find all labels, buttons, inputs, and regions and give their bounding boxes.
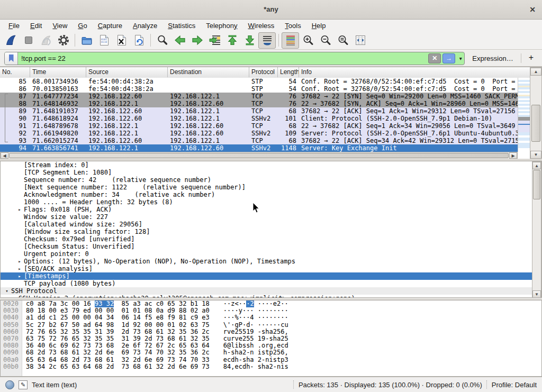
go-to-bottom-icon[interactable] [241,32,258,49]
scroll-up-arrow[interactable]: ▲ [530,68,541,76]
column-header-protocol[interactable]: Protocol [249,67,278,77]
hex-line[interactable]: 009068 2d 73 68 61 32 2d 6e 69 73 74 70 … [1,349,541,356]
hex-bytes[interactable]: 80 18 00 e3 79 ed 00 00 01 01 08 0a d9 8… [22,307,210,314]
detail-line[interactable]: [Checksum Status: Unverified] [1,243,541,250]
go-to-top-icon[interactable] [223,32,241,49]
scroll-right-arrow[interactable]: ▶ [509,152,517,159]
scroll-left-arrow[interactable]: ◀ [1,152,8,159]
open-file-icon[interactable] [78,32,95,49]
menu-go[interactable]: Go [73,21,92,31]
menu-capture[interactable]: Capture [93,21,128,31]
detail-line[interactable]: Urgent pointer: 0 [1,250,541,258]
hex-ascii[interactable]: 6@libssh .org,ecd [210,342,288,349]
hex-bytes[interactable]: 5c 27 b2 67 50 ad 64 98 1d 92 00 00 01 0… [22,321,210,329]
hex-ascii[interactable]: curve255 19-sha25 [210,335,288,342]
hex-bytes[interactable]: 63 75 72 76 65 32 35 35 31 39 2d 73 68 6… [22,335,210,342]
scroll-up-arrow[interactable]: ▲ [532,162,541,169]
reload-file-icon[interactable] [130,32,148,49]
close-window-button[interactable]: ✕ [527,4,538,15]
hex-bytes[interactable]: 68 2d 73 68 61 32 2d 6e 69 73 74 70 32 3… [22,349,210,356]
expander-closed-icon[interactable]: ▸ [15,206,24,213]
hex-bytes-selected[interactable]: 93 32 [95,300,114,307]
detail-line[interactable]: Checksum: 0x79ed [unverified] [1,235,541,243]
packet-row[interactable]: 8871.648146932192.168.122.1192.168.122.6… [0,100,518,107]
hex-ascii[interactable]: ···%···4 ········ [210,314,288,321]
hex-ascii[interactable]: ····y··· ········ [210,307,288,314]
packet-list-minimap[interactable] [518,78,530,152]
display-filter-box[interactable]: ✕ → ▾ [4,52,465,65]
hex-bytes[interactable]: 38 34 2c 65 63 64 68 2d 73 68 61 32 2d 6… [22,363,210,370]
hex-line[interactable]: 00b038 34 2c 65 63 64 68 2d 73 68 61 32 … [1,363,541,370]
find-packet-icon[interactable] [153,32,171,49]
hex-ascii[interactable]: \'·gP·d· ······cu [210,321,288,329]
status-profile[interactable]: Profile: Default [492,381,537,389]
menu-edit[interactable]: Edit [25,21,47,31]
capture-comment-icon[interactable]: ✎ [19,380,28,389]
expert-info-icon[interactable] [5,380,14,389]
packet-row[interactable]: 9371.662015274192.168.122.60192.168.122.… [0,137,518,144]
auto-scroll-icon[interactable] [258,32,276,49]
detail-line[interactable]: ▸Flags: 0x018 (PSH, ACK) [1,206,541,213]
hex-ascii[interactable]: ····e2·· [254,300,288,307]
column-header-source[interactable]: Source [86,67,168,77]
menu-analyze[interactable]: Analyze [128,21,162,31]
vscroll-thumb[interactable] [533,170,540,199]
packet-row[interactable]: 8670.013850163fe:54:00:d4:38:2aSTP54Conf… [0,85,518,93]
packet-list-hscrollbar[interactable]: ◀ ▶ [0,152,518,159]
restart-capture-icon[interactable] [37,32,55,49]
column-header-no[interactable]: No. [0,67,30,77]
close-file-icon[interactable] [113,32,130,49]
detail-line[interactable]: TCP payload (1080 bytes) [1,280,541,287]
hex-ascii[interactable]: h-sha2-n istp256, [210,349,288,356]
scroll-down-arrow[interactable]: ▼ [530,151,541,159]
hscroll-thumb[interactable] [9,153,509,158]
packet-row[interactable]: 9171.648789678192.168.122.1192.168.122.6… [0,122,518,130]
column-header-length[interactable]: Length [278,67,299,77]
detail-line[interactable]: ▾SSH Protocol [1,287,541,295]
hex-bytes[interactable]: 36 40 6c 69 62 73 73 68 2e 6f 72 67 2c 6… [22,342,210,349]
detail-line[interactable]: Sequence number: 42 (relative sequence n… [1,176,541,184]
hex-ascii-selected[interactable]: ·2 [246,300,254,307]
menu-telephony[interactable]: Telephony [201,21,242,31]
hex-line[interactable]: 00a065 63 64 68 2d 73 68 61 32 2d 6e 69 … [1,357,541,363]
scroll-down-arrow[interactable]: ▼ [532,290,541,298]
add-filter-button[interactable]: + [526,53,538,63]
column-header-destination[interactable]: Destination [168,67,249,77]
expander-closed-icon[interactable]: ▸ [15,265,24,272]
hex-ascii[interactable]: rve25519 -sha256, [210,328,288,335]
start-capture-icon[interactable] [2,32,20,49]
expression-button[interactable]: Expression… [469,54,516,62]
menu-wireless[interactable]: Wireless [243,21,280,31]
filter-bookmark-button[interactable] [5,52,18,65]
expander-open-icon[interactable]: ▾ [3,287,11,295]
packet-row[interactable]: 9471.663856741192.168.122.1192.168.122.6… [0,144,518,152]
hex-line[interactable]: 00505c 27 b2 67 50 ad 64 98 1d 92 00 00 … [1,322,541,329]
colorize-icon[interactable] [282,32,299,49]
expander-closed-icon[interactable]: ▸ [15,258,24,265]
menu-file[interactable]: File [3,21,25,31]
go-back-icon[interactable] [171,32,188,49]
zoom-out-icon[interactable] [317,32,334,49]
detail-line[interactable]: Window size value: 227 [1,213,541,221]
hex-ascii[interactable]: ··z<·· [210,300,246,307]
title-bar[interactable]: *any ✕ [0,0,542,20]
zoom-in-icon[interactable] [299,32,317,49]
filter-apply-button[interactable]: → [442,53,455,63]
hex-line[interactable]: 0040a1 dd c1 25 00 00 04 34 06 14 f5 e8 … [1,314,541,321]
detail-line[interactable]: Acknowledgment number: 34 (relative ack … [1,191,541,198]
vscroll-thumb[interactable] [531,105,540,142]
packet-row[interactable]: 8568.001734936fe:54:00:d4:38:2aSTP54Conf… [0,78,518,85]
packet-row[interactable]: 8771.647777234192.168.122.60192.168.122.… [0,93,518,100]
column-header-time[interactable]: Time [30,67,86,77]
resize-columns-icon[interactable] [351,32,369,49]
menu-statistics[interactable]: Statistics [162,21,201,31]
hex-bytes[interactable]: 65 63 64 68 2d 73 68 61 32 2d 6e 69 73 7… [22,356,210,363]
hex-bytes[interactable]: 72 76 65 32 35 35 31 39 2d 73 68 61 32 3… [22,328,210,335]
hex-bytes[interactable]: a1 dd c1 25 00 00 04 34 06 14 f5 e8 f9 8… [22,314,210,321]
detail-vscrollbar[interactable]: ▲ ▼ [532,161,541,298]
hex-ascii[interactable]: ecdh-sha 2-nistp3 [210,356,288,363]
detail-line[interactable]: ▸Options: (12 bytes), No-Operation (NOP)… [1,258,541,265]
detail-line[interactable]: [TCP Segment Len: 1080] [1,169,541,176]
capture-options-icon[interactable] [55,32,72,49]
detail-line[interactable]: [Next sequence number: 1122 (relative se… [1,184,541,191]
